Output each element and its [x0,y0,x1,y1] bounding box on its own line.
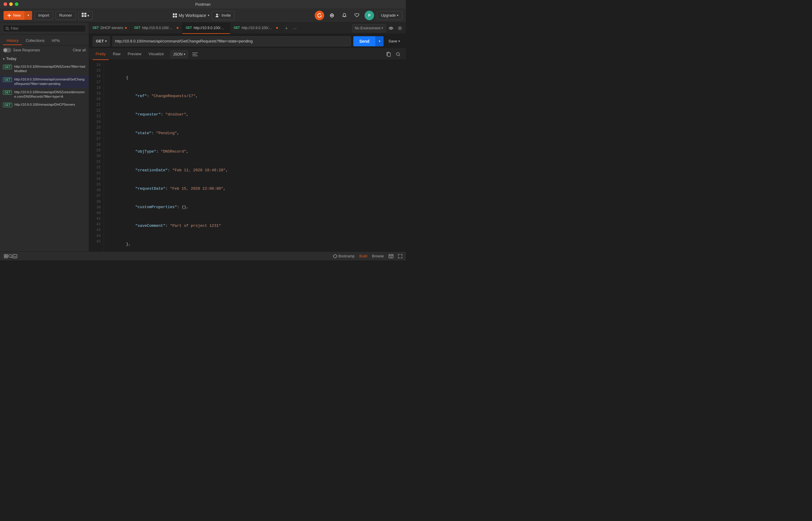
tab-dot [276,27,278,29]
layers-icon [4,254,8,258]
minimize-button[interactable] [9,2,13,6]
chevron-icon: ▾ [3,57,4,61]
history-item-4[interactable]: GET http://10.9.0.100/mmws/api/DHCPServe… [0,100,89,109]
json-content: { "ref": "ChangeRequests/17", "requester… [104,60,406,251]
svg-point-15 [399,27,401,29]
svg-line-13 [8,29,8,30]
tab-1[interactable]: GET http://10.9.0.100/m... [131,23,182,34]
svg-marker-30 [333,254,337,258]
clear-all-button[interactable]: Clear all [73,48,86,52]
format-select[interactable]: JSON ▾ [171,50,188,58]
resp-tab-pretty[interactable]: Pretty [93,49,109,60]
browse-button[interactable]: Browse [372,254,384,258]
response-right-actions [384,50,402,59]
svg-point-20 [396,52,399,55]
main-layout: History Collections APIs Save Responses … [0,23,406,251]
response-area: Pretty Raw Preview Visualize JSON ▾ [89,49,406,251]
method-select[interactable]: GET ▾ [93,36,110,46]
search-wrap [3,25,86,32]
terminal-button[interactable] [13,254,17,258]
svg-point-6 [216,14,218,16]
settings-button[interactable] [396,25,404,32]
svg-point-26 [8,254,12,257]
copy-button[interactable] [384,50,393,59]
history-section-header: ▾ Today [0,55,89,63]
svg-rect-3 [84,13,86,15]
new-dropdown-arrow[interactable]: ▾ [24,11,32,20]
eye-button[interactable] [387,25,394,32]
sidebar-search-area [0,23,89,35]
svg-rect-1 [7,15,11,16]
resp-tab-preview[interactable]: Preview [125,49,144,60]
svg-line-21 [399,55,400,56]
svg-rect-19 [387,53,390,56]
upgrade-button[interactable]: Upgrade ▾ [377,11,402,20]
workspace-button[interactable]: My Workspace ▾ [173,13,209,18]
url-input[interactable] [115,39,348,43]
toolbar: New ▾ Import Runner ▾ My Workspace ▾ [0,8,406,23]
tab-2[interactable]: GET http://10.9.0.100/m... [182,23,230,34]
new-button[interactable]: New ▾ [4,11,32,20]
build-button[interactable]: Build [359,254,367,258]
sidebar: History Collections APIs Save Responses … [0,23,89,251]
heart-button[interactable] [352,11,362,20]
layers-button[interactable] [4,254,8,258]
layout-bottom-button[interactable] [389,254,393,258]
send-dropdown[interactable]: ▾ [375,36,384,46]
align-icon [193,52,198,56]
tab-dot [177,27,178,29]
json-viewer: 14 15 16 17 18 19 20 21 22 23 24 25 26 2… [89,60,406,251]
workspace-chevron: ▾ [208,14,209,17]
resp-tab-visualize[interactable]: Visualize [145,49,167,60]
search-icon [396,52,400,56]
tabs-actions: + ··· [283,25,298,32]
search-response-button[interactable] [394,50,402,59]
send-button[interactable]: Send ▾ [353,36,384,46]
line-numbers: 14 15 16 17 18 19 20 21 22 23 24 25 26 2… [89,60,104,251]
tab-apis[interactable]: APIs [48,37,63,45]
copy-icon [387,52,391,57]
tab-method: GET [93,26,99,29]
maximize-button[interactable] [15,2,18,6]
toggle-knob [4,48,7,52]
invite-button[interactable]: Invite [212,11,234,20]
heart-icon [355,13,359,18]
bootcamp-button[interactable]: Bootcamp [333,254,355,258]
align-icon-button[interactable] [191,50,199,59]
avatar[interactable]: P [365,11,374,20]
resp-tab-raw[interactable]: Raw [110,49,123,60]
filter-input[interactable] [11,26,83,30]
close-button[interactable] [4,2,7,6]
search-bottom-button[interactable] [8,254,13,258]
notification-button[interactable] [340,11,349,20]
svg-rect-2 [82,13,84,15]
save-button[interactable]: Save ▾ [386,39,402,43]
import-button[interactable]: Import [35,11,53,20]
sync-button[interactable] [315,11,324,20]
tab-method: GET [134,26,140,29]
satellite-button[interactable] [327,11,337,20]
method-badge: GET [3,90,12,95]
add-tab-button[interactable]: + [283,25,290,32]
bell-icon [342,13,346,18]
request-bar: GET ▾ Send ▾ Save ▾ [89,34,406,49]
tab-3[interactable]: GET http://10.9.0.100/m... [230,23,282,34]
tab-0[interactable]: GET DHCP servers [89,23,131,34]
tab-url: DHCP servers [100,26,123,30]
layout-button[interactable]: ▾ [78,11,93,20]
search-icon [6,27,9,30]
method-badge: GET [3,77,12,82]
tab-history[interactable]: History [3,37,22,45]
svg-line-27 [11,257,12,258]
history-item-2[interactable]: GET http://10.9.0.100/mmws/api/command/G… [0,75,89,88]
runner-button[interactable]: Runner [55,11,76,20]
expand-button[interactable] [398,254,402,258]
environment-select[interactable]: No Environment ▾ [352,24,386,32]
history-url: http://10.9.0.100/mmws/api/DHCPServers [15,103,75,107]
tab-collections[interactable]: Collections [22,37,48,45]
more-tabs-button[interactable]: ··· [291,25,298,32]
save-responses-toggle[interactable] [3,48,11,52]
history-item-3[interactable]: GET http://10.9.0.100/mmws/api/DNSZones/… [0,88,89,101]
history-item-1[interactable]: GET http://10.9.0.100/mmws/api/DNSZones?… [0,63,89,75]
workspace-icon [173,13,177,18]
